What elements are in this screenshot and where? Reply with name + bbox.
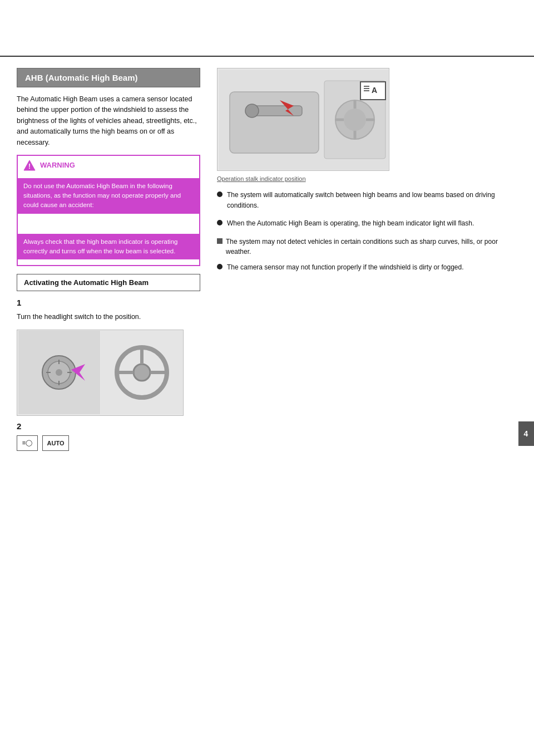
bullet-dot-note2	[217, 264, 222, 269]
warning-item-2: Always check that the high beam indicato…	[18, 234, 199, 260]
ahb-description: The Automatic High Beam uses a camera se…	[17, 94, 200, 148]
page-tab: 4	[518, 421, 534, 446]
note-block-1: The system may not detect vehicles in ce…	[217, 237, 517, 257]
icon-row: ≡◯ AUTO	[17, 435, 200, 451]
step-2-number: 2	[17, 421, 200, 431]
bullet-block-1: The system will automatically switch bet…	[217, 190, 517, 210]
svg-rect-18	[230, 92, 319, 153]
auto-icon-label: AUTO	[47, 440, 65, 446]
note-text-1: The system may not detect vehicles in ce…	[226, 237, 517, 257]
activation-title-box: Activating the Automatic High Beam	[17, 274, 200, 291]
note-square-1	[217, 238, 222, 244]
step-1-text: Turn the headlight switch to the positio…	[17, 312, 200, 322]
right-top-image: A	[217, 68, 389, 171]
svg-point-13	[134, 364, 150, 381]
step-1-image	[17, 330, 184, 416]
warning-box: ! WARNING Do not use the Automatic High …	[17, 155, 200, 266]
warning-header: ! WARNING	[18, 156, 199, 175]
bullet-dot-2	[217, 220, 222, 225]
content-area: AHB (Automatic High Beam) The Automatic …	[0, 57, 534, 462]
ahb-title-box: AHB (Automatic High Beam)	[17, 68, 200, 87]
bullet-text-2: When the Automatic High Beam is operatin…	[227, 218, 474, 229]
warning-item-2-text: Always check that the high beam indicato…	[23, 238, 177, 254]
page-container: AHB (Automatic High Beam) The Automatic …	[0, 56, 534, 756]
svg-point-5	[56, 369, 62, 376]
activation-title: Activating the Automatic High Beam	[24, 278, 149, 287]
bullet-block-2: When the Automatic High Beam is operatin…	[217, 218, 517, 229]
bullet-block-note2: The camera sensor may not function prope…	[217, 262, 517, 273]
warning-item-1: Do not use the Automatic High Beam in th…	[18, 178, 199, 214]
left-column: AHB (Automatic High Beam) The Automatic …	[17, 68, 200, 451]
bullet-text-1: The system will automatically switch bet…	[227, 190, 517, 210]
warning-triangle-icon: !	[23, 159, 36, 171]
step-1-number: 1	[17, 298, 200, 307]
beam-icon-symbol: ≡◯	[22, 439, 32, 446]
bullet-dot-1	[217, 192, 222, 197]
right-top-image-svg: A	[219, 70, 388, 170]
svg-point-20	[245, 104, 259, 117]
warning-item-1-text: Do not use the Automatic High Beam in th…	[23, 183, 181, 209]
step-1-image-svg	[18, 331, 182, 414]
right-column: A Operation stalk indicator position The…	[211, 68, 517, 451]
svg-text:A: A	[372, 86, 377, 95]
warning-label: WARNING	[40, 161, 75, 169]
svg-text:!: !	[28, 163, 31, 170]
beam-icon-box: ≡◯	[17, 435, 38, 451]
svg-point-24	[344, 109, 366, 131]
right-image-caption: Operation stalk indicator position	[217, 175, 517, 182]
ahb-title: AHB (Automatic High Beam)	[25, 73, 138, 82]
auto-icon-box: AUTO	[42, 435, 69, 451]
svg-rect-19	[252, 106, 302, 116]
bullet-text-note2: The camera sensor may not function prope…	[227, 262, 464, 273]
